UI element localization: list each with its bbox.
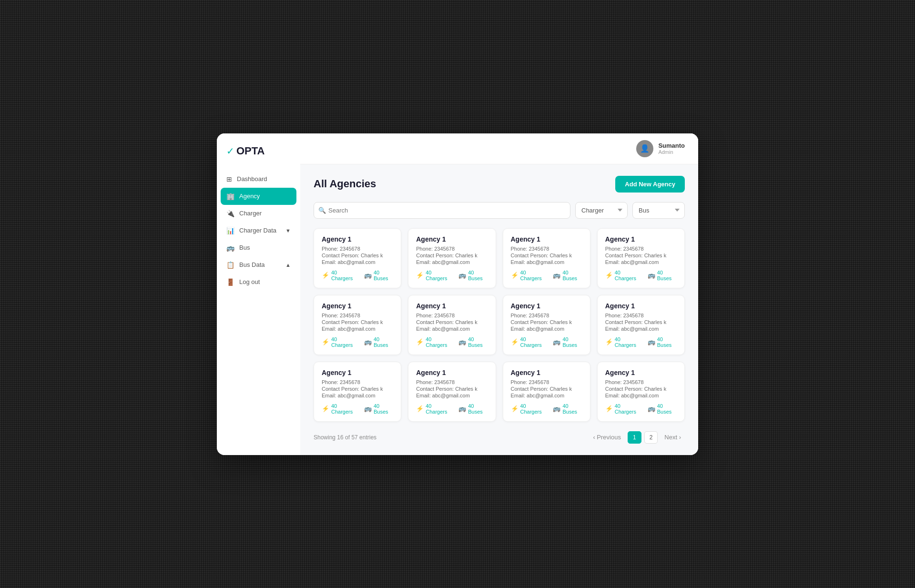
user-role: Admin <box>658 149 685 155</box>
bus-stat: 🚌 40 Buses <box>458 270 488 281</box>
bus-stat: 🚌 40 Buses <box>648 336 677 348</box>
charger-stat-icon: ⚡ <box>416 405 424 412</box>
agency-card[interactable]: Agency 1 Phone: 2345678 Contact Person: … <box>597 362 685 422</box>
agency-name: Agency 1 <box>416 369 488 376</box>
sidebar-item-bus-data-label: Bus Data <box>239 261 281 268</box>
sidebar-item-charger-data[interactable]: 📊 Charger Data ▼ <box>217 222 300 239</box>
agency-card[interactable]: Agency 1 Phone: 2345678 Contact Person: … <box>597 228 685 288</box>
agency-stats: ⚡ 40 Chargers 🚌 40 Buses <box>511 270 582 281</box>
agency-card[interactable]: Agency 1 Phone: 2345678 Contact Person: … <box>314 362 401 422</box>
agency-name: Agency 1 <box>511 235 582 243</box>
agency-email: Email: abc@gmail.com <box>416 326 488 332</box>
agency-contact: Contact Person: Charles k <box>322 253 393 258</box>
agency-card[interactable]: Agency 1 Phone: 2345678 Contact Person: … <box>503 228 590 288</box>
agency-phone: Phone: 2345678 <box>416 246 488 252</box>
agency-card[interactable]: Agency 1 Phone: 2345678 Contact Person: … <box>314 295 401 355</box>
add-new-agency-button[interactable]: Add New Agency <box>615 176 685 193</box>
sidebar-item-logout[interactable]: 🚪 Log out <box>217 274 300 291</box>
user-info: 👤 Sumanto Admin <box>636 140 685 157</box>
sidebar-item-agency[interactable]: 🏢 Agency <box>221 188 296 205</box>
agency-email: Email: abc@gmail.com <box>322 393 393 398</box>
sidebar-item-charger-label: Charger <box>239 210 291 217</box>
agency-phone: Phone: 2345678 <box>511 246 582 252</box>
sidebar: ✓ OPTA ⊞ Dashboard 🏢 Agency 🔌 Charger 📊 <box>217 133 300 455</box>
bus-stat-icon: 🚌 <box>458 405 466 412</box>
user-text: Sumanto Admin <box>658 142 685 155</box>
charger-stat-icon: ⚡ <box>322 338 329 345</box>
charger-stat: ⚡ 40 Chargers <box>416 270 452 281</box>
charger-count: 40 Chargers <box>426 270 452 281</box>
page-1-button[interactable]: 1 <box>628 431 641 444</box>
topbar: 👤 Sumanto Admin <box>300 133 698 164</box>
charger-filter-select[interactable]: Charger Charger 1 Charger 2 <box>575 202 628 219</box>
main-content: 👤 Sumanto Admin All Agencies Add New Age… <box>300 133 698 455</box>
bus-stat: 🚌 40 Buses <box>648 270 677 281</box>
charger-stat: ⚡ 40 Chargers <box>511 403 547 415</box>
sidebar-item-bus-label: Bus <box>239 244 291 251</box>
bus-filter-select[interactable]: Bus Bus 1 Bus 2 <box>632 202 685 219</box>
page-2-button[interactable]: 2 <box>644 431 658 444</box>
agency-card[interactable]: Agency 1 Phone: 2345678 Contact Person: … <box>408 362 496 422</box>
agency-name: Agency 1 <box>416 235 488 243</box>
agency-name: Agency 1 <box>511 369 582 376</box>
bus-stat-icon: 🚌 <box>648 405 655 412</box>
charger-count: 40 Chargers <box>520 403 547 415</box>
agency-card[interactable]: Agency 1 Phone: 2345678 Contact Person: … <box>503 295 590 355</box>
search-input[interactable] <box>314 202 570 219</box>
sidebar-item-agency-label: Agency <box>239 193 291 200</box>
agency-contact: Contact Person: Charles k <box>416 386 488 392</box>
bus-count: 40 Buses <box>562 336 582 348</box>
bus-stat-icon: 🚌 <box>458 338 466 345</box>
bus-stat-icon: 🚌 <box>364 338 372 345</box>
agency-name: Agency 1 <box>605 369 677 376</box>
agency-email: Email: abc@gmail.com <box>605 326 677 332</box>
sidebar-item-bus[interactable]: 🚌 Bus <box>217 239 300 256</box>
agency-stats: ⚡ 40 Chargers 🚌 40 Buses <box>511 403 582 415</box>
agency-contact: Contact Person: Charles k <box>416 319 488 325</box>
agency-contact: Contact Person: Charles k <box>416 253 488 258</box>
charger-stat: ⚡ 40 Chargers <box>511 270 547 281</box>
agency-stats: ⚡ 40 Chargers 🚌 40 Buses <box>605 403 677 415</box>
agency-phone: Phone: 2345678 <box>416 313 488 318</box>
bus-stat: 🚌 40 Buses <box>364 336 393 348</box>
bus-count: 40 Buses <box>468 336 488 348</box>
agency-email: Email: abc@gmail.com <box>416 393 488 398</box>
agency-icon: 🏢 <box>226 193 234 200</box>
sidebar-item-dashboard[interactable]: ⊞ Dashboard <box>217 171 300 188</box>
sidebar-item-dashboard-label: Dashboard <box>237 175 291 182</box>
agency-phone: Phone: 2345678 <box>511 313 582 318</box>
next-page-button[interactable]: Next › <box>661 431 685 443</box>
charger-stat-icon: ⚡ <box>605 405 613 412</box>
agency-card[interactable]: Agency 1 Phone: 2345678 Contact Person: … <box>408 228 496 288</box>
sidebar-item-logout-label: Log out <box>239 278 291 285</box>
bus-stat-icon: 🚌 <box>364 405 372 412</box>
agency-contact: Contact Person: Charles k <box>322 319 393 325</box>
agency-stats: ⚡ 40 Chargers 🚌 40 Buses <box>322 403 393 415</box>
agency-contact: Contact Person: Charles k <box>605 319 677 325</box>
agency-card[interactable]: Agency 1 Phone: 2345678 Contact Person: … <box>408 295 496 355</box>
agency-phone: Phone: 2345678 <box>322 313 393 318</box>
sidebar-item-charger[interactable]: 🔌 Charger <box>217 205 300 222</box>
charger-stat: ⚡ 40 Chargers <box>322 270 357 281</box>
charger-count: 40 Chargers <box>331 336 357 348</box>
agency-email: Email: abc@gmail.com <box>605 393 677 398</box>
bus-count: 40 Buses <box>374 336 393 348</box>
search-icon: 🔍 <box>318 207 326 214</box>
filter-bar: 🔍 Charger Charger 1 Charger 2 Bus Bus 1 … <box>314 202 685 219</box>
bus-stat-icon: 🚌 <box>553 338 560 345</box>
sidebar-item-bus-data[interactable]: 📋 Bus Data ▲ <box>217 256 300 274</box>
agency-card[interactable]: Agency 1 Phone: 2345678 Contact Person: … <box>503 362 590 422</box>
bus-stat-icon: 🚌 <box>458 272 466 279</box>
agency-card[interactable]: Agency 1 Phone: 2345678 Contact Person: … <box>314 228 401 288</box>
bus-stat: 🚌 40 Buses <box>553 403 582 415</box>
bus-stat: 🚌 40 Buses <box>458 336 488 348</box>
agency-stats: ⚡ 40 Chargers 🚌 40 Buses <box>416 403 488 415</box>
agency-name: Agency 1 <box>511 302 582 310</box>
app-window: ✓ OPTA ⊞ Dashboard 🏢 Agency 🔌 Charger 📊 <box>217 133 698 455</box>
logout-icon: 🚪 <box>226 278 234 286</box>
charger-stat: ⚡ 40 Chargers <box>322 336 357 348</box>
agency-contact: Contact Person: Charles k <box>605 253 677 258</box>
charger-count: 40 Chargers <box>426 336 452 348</box>
agency-card[interactable]: Agency 1 Phone: 2345678 Contact Person: … <box>597 295 685 355</box>
prev-page-button[interactable]: ‹ Previous <box>589 431 625 443</box>
